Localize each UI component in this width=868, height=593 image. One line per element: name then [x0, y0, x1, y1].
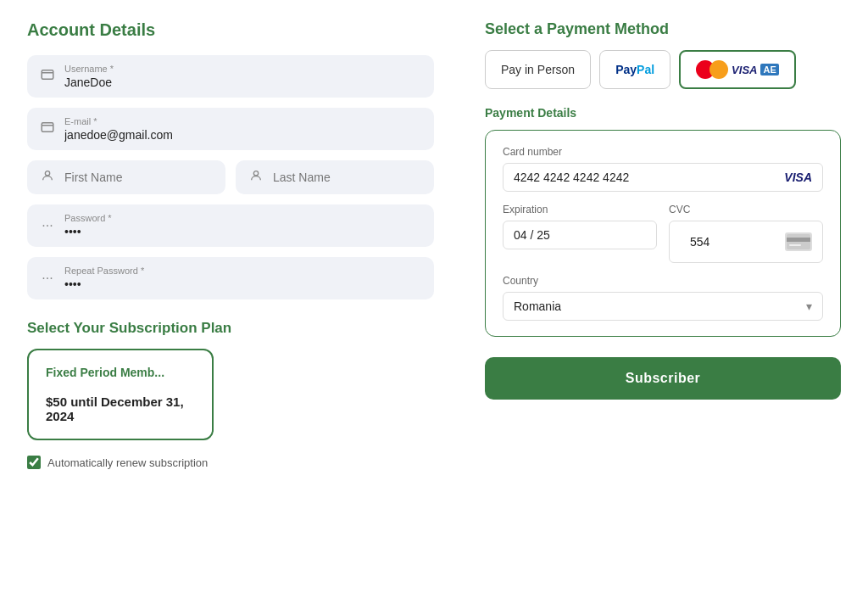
- expiration-input[interactable]: [503, 221, 657, 249]
- country-select-wrap: Romania United States United Kingdom Ger…: [503, 292, 823, 321]
- repeat-password-input[interactable]: [64, 277, 422, 291]
- svg-rect-5: [787, 238, 810, 242]
- payment-details-box: Card number VISA Expiration CVC: [485, 130, 841, 337]
- email-label: E-mail *: [64, 116, 422, 126]
- username-field: Username *: [27, 55, 434, 98]
- exp-cvc-row: Expiration CVC: [503, 204, 823, 263]
- auto-renew-label: Automatically renew subscription: [47, 456, 208, 469]
- email-input[interactable]: [64, 128, 422, 142]
- country-field: Country Romania United States United Kin…: [503, 275, 823, 321]
- name-fields-row: [27, 160, 434, 194]
- password-field: ··· Password *: [27, 204, 434, 247]
- email-field: E-mail *: [27, 108, 434, 150]
- firstname-input[interactable]: [64, 171, 214, 184]
- username-input[interactable]: [64, 76, 422, 89]
- cvc-input[interactable]: [680, 228, 778, 255]
- account-details-title: Account Details: [27, 20, 434, 40]
- expiration-field: Expiration: [503, 204, 657, 263]
- firstname-field: [27, 160, 225, 194]
- plan-card[interactable]: Fixed Period Memb... $50 until December …: [27, 349, 214, 440]
- person-icon-2: [248, 169, 264, 186]
- lastname-input[interactable]: [273, 171, 422, 184]
- card-number-row: VISA: [503, 163, 823, 192]
- payment-details-title: Payment Details: [485, 106, 841, 120]
- chevron-down-icon: ▾: [806, 299, 812, 313]
- svg-rect-1: [42, 123, 53, 132]
- user-icon: [39, 67, 56, 86]
- password-input[interactable]: [64, 225, 422, 238]
- expiration-label: Expiration: [503, 204, 657, 215]
- person-icon: [39, 169, 56, 186]
- svg-point-3: [253, 171, 258, 176]
- subscription-plan-title: Select Your Subscription Plan: [27, 320, 434, 337]
- card-icons: VISA AE: [696, 60, 779, 79]
- visa-badge-icon: VISA: [784, 171, 812, 184]
- username-label: Username *: [64, 64, 422, 74]
- country-select[interactable]: Romania United States United Kingdom Ger…: [514, 299, 806, 313]
- pay-in-person-button[interactable]: Pay in Person: [485, 50, 591, 89]
- subscriber-button[interactable]: Subscriber: [485, 357, 841, 400]
- auto-renew-row: Automatically renew subscription: [27, 456, 434, 469]
- cvc-label: CVC: [669, 204, 823, 215]
- repeat-password-icon: ···: [39, 271, 56, 286]
- subscriber-label: Subscriber: [626, 371, 701, 385]
- plan-card-price: $50 until December 31, 2024: [46, 394, 195, 423]
- payment-method-title: Select a Payment Method: [485, 20, 841, 38]
- password-icon: ···: [39, 218, 56, 233]
- svg-rect-6: [789, 244, 801, 246]
- payment-methods-row: Pay in Person PayPal VISA AE: [485, 50, 841, 89]
- password-label: Password *: [64, 213, 422, 223]
- plan-card-title: Fixed Period Memb...: [46, 366, 195, 379]
- lastname-field: [236, 160, 434, 194]
- paypal-button[interactable]: PayPal: [599, 50, 670, 89]
- email-icon: [39, 120, 56, 138]
- cvc-card-icon: [785, 232, 812, 251]
- repeat-password-label: Repeat Password *: [64, 266, 422, 276]
- auto-renew-checkbox[interactable]: [27, 456, 41, 469]
- cvc-field: CVC: [669, 204, 823, 263]
- svg-point-2: [45, 171, 49, 176]
- paypal-logo: PayPal: [615, 63, 654, 76]
- cvc-input-wrap: [669, 221, 823, 263]
- repeat-password-field: ··· Repeat Password *: [27, 257, 434, 299]
- card-number-label: Card number: [503, 146, 823, 158]
- amex-text: AE: [760, 64, 778, 76]
- country-label: Country: [503, 275, 823, 287]
- mastercard-right-circle: [709, 60, 728, 79]
- pay-in-person-label: Pay in Person: [501, 63, 575, 76]
- svg-rect-0: [42, 70, 53, 80]
- card-payment-button[interactable]: VISA AE: [679, 50, 796, 89]
- card-number-input[interactable]: [514, 171, 784, 184]
- visa-text: VISA: [732, 64, 757, 76]
